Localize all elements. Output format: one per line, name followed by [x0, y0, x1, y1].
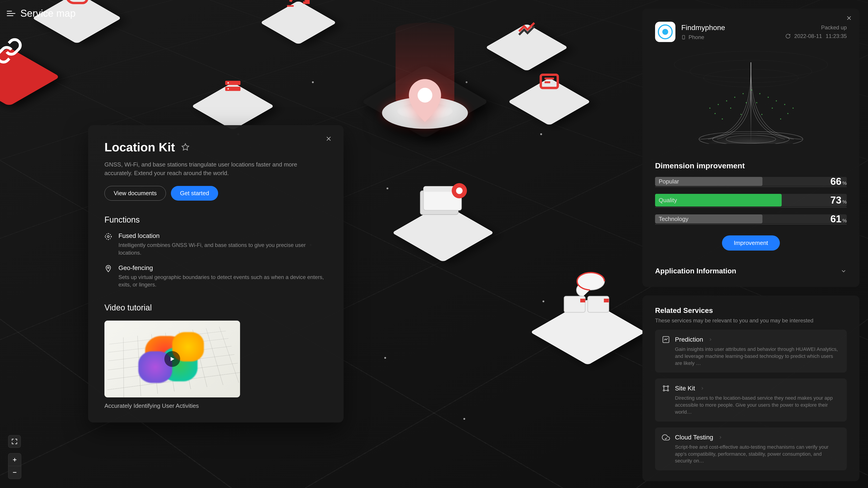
video-thumbnail[interactable]: [104, 321, 240, 397]
svg-point-18: [417, 88, 432, 103]
related-item-name: Site Kit: [675, 385, 695, 392]
app-time: 11:23:35: [826, 33, 847, 39]
function-desc: Intelligently combines GNSS Wi-Fi, and b…: [119, 241, 327, 256]
svg-point-39: [663, 390, 664, 391]
sync-icon: [785, 33, 791, 39]
link-icon: [0, 25, 45, 77]
windows-gear-icon: [407, 174, 479, 226]
svg-point-27: [107, 267, 109, 268]
menu-icon[interactable]: [7, 9, 16, 18]
chart-icon: [497, 6, 556, 48]
app-status: Packed up: [785, 24, 847, 31]
cloudtesting-icon: [662, 433, 670, 442]
chevron-right-icon: [708, 337, 713, 342]
svg-point-35: [726, 135, 776, 143]
chevron-right-icon: [700, 386, 705, 391]
chevron-down-icon: [840, 268, 847, 274]
app-date: 2022-08-11: [794, 33, 822, 39]
zoom-in-button[interactable]: [8, 453, 21, 466]
page-title: Service map: [20, 8, 76, 19]
related-item-prediction[interactable]: Prediction Gain insights into user attri…: [655, 330, 847, 372]
related-item-name: Cloud Testing: [675, 434, 713, 441]
svg-rect-12: [564, 296, 585, 313]
phone-icon: [681, 34, 686, 40]
svg-rect-1: [225, 87, 241, 91]
svg-point-2: [227, 82, 229, 84]
metric-label: Quality: [659, 197, 677, 204]
metric-value: 73: [830, 195, 841, 206]
app-name: Findmyphone: [681, 24, 779, 32]
play-icon: [164, 351, 180, 367]
metric-row-popular: Popular 66%: [655, 177, 847, 187]
related-item-name: Prediction: [675, 336, 703, 343]
radar-graphic: [674, 51, 828, 151]
card-description: GNSS, Wi-Fi, and base stations triangula…: [104, 160, 308, 177]
app-icon: [655, 22, 675, 42]
svg-point-26: [107, 236, 110, 238]
card-title: Location Kit: [104, 140, 175, 154]
storage-icon: [204, 64, 262, 107]
related-item-sitekit[interactable]: Site Kit Directing users to the location…: [655, 379, 847, 421]
svg-point-40: [667, 390, 669, 391]
geo-fencing-icon: [104, 265, 112, 272]
cloud-stack-icon: [547, 264, 628, 323]
prediction-icon: [662, 335, 670, 344]
svg-rect-13: [588, 296, 609, 313]
video-heading: Video tutorial: [104, 303, 327, 313]
location-pin-icon: [408, 79, 442, 122]
related-item-desc: Directing users to the location-based se…: [675, 395, 840, 416]
metric-value: 61: [830, 213, 841, 225]
metric-value: 66: [830, 176, 841, 187]
svg-point-34: [712, 133, 789, 144]
function-name: Fused location: [119, 232, 327, 239]
function-name: Geo-fencing: [119, 264, 327, 271]
zoom-out-button[interactable]: [8, 466, 21, 479]
function-desc: Sets up virtual geographic boundaries to…: [119, 273, 327, 289]
application-information-toggle[interactable]: Application Information: [655, 261, 847, 276]
function-item: Geo-fencing Sets up virtual geographic b…: [104, 264, 327, 289]
svg-point-25: [105, 234, 111, 240]
metric-label: Technology: [659, 216, 688, 223]
svg-point-38: [667, 386, 669, 387]
svg-rect-14: [580, 299, 585, 302]
get-started-button[interactable]: Get started: [171, 186, 218, 201]
metric-row-technology: Technology 61%: [655, 215, 847, 225]
function-item: Fused location Intelligently combines GN…: [104, 232, 327, 256]
svg-rect-0: [225, 81, 241, 85]
fullscreen-button[interactable]: [8, 435, 21, 448]
svg-point-37: [663, 386, 664, 387]
svg-rect-15: [604, 299, 609, 302]
appinfo-title: Application Information: [655, 267, 736, 275]
svg-point-11: [456, 188, 463, 194]
related-item-desc: Gain insights into user attributes and b…: [675, 346, 840, 367]
close-button[interactable]: [324, 134, 333, 143]
related-item-cloudtesting[interactable]: Cloud Testing Script-free and cost-effec…: [655, 427, 847, 470]
view-documents-button[interactable]: View documents: [104, 186, 166, 201]
news-icon: [520, 60, 579, 103]
svg-point-3: [227, 88, 229, 90]
location-beacon[interactable]: [380, 23, 470, 147]
improvement-button[interactable]: Improvement: [722, 235, 780, 251]
app-device: Phone: [688, 34, 704, 40]
sitekit-icon: [662, 384, 670, 392]
metric-row-quality: Quality 73%: [655, 194, 847, 207]
svg-marker-28: [170, 357, 174, 361]
related-subtitle: These services may be relevant to you an…: [655, 318, 847, 324]
svg-marker-24: [182, 144, 189, 150]
close-button[interactable]: [845, 14, 853, 22]
location-kit-card: Location Kit GNSS, Wi-Fi, and base stati…: [88, 125, 344, 422]
metric-label: Popular: [659, 178, 679, 185]
functions-heading: Functions: [104, 215, 327, 225]
dimension-heading: Dimension improvement: [655, 161, 847, 170]
refresh-icon: [271, 0, 326, 25]
video-caption: Accurately Identifying User Activities: [104, 402, 327, 410]
related-heading: Related Services: [655, 306, 847, 315]
app-details-panel: Findmyphone Phone Packed up 2022-08-11 1…: [643, 8, 860, 287]
chevron-right-icon: [718, 435, 723, 440]
fused-location-icon: [104, 233, 112, 240]
related-services-panel: Related Services These services may be r…: [643, 295, 860, 481]
favorite-star-icon[interactable]: [181, 143, 189, 151]
related-item-desc: Script-free and cost-effective auto-test…: [675, 444, 840, 464]
